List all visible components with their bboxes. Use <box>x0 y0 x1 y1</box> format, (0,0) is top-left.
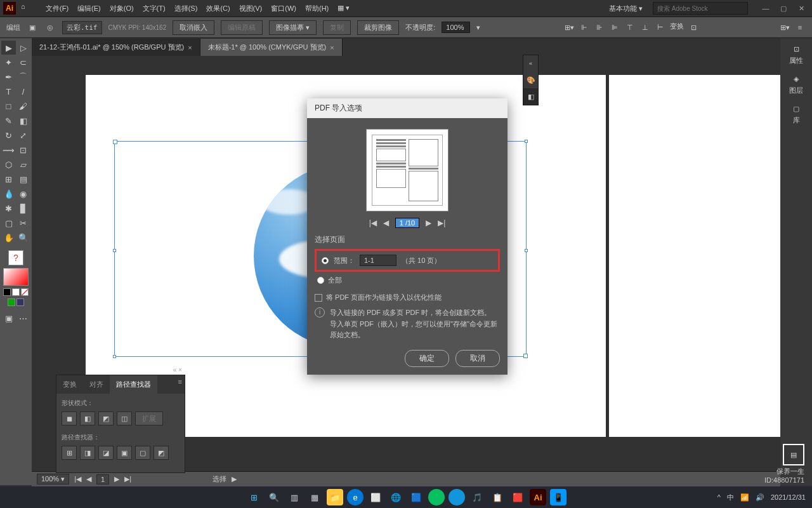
intersect-icon[interactable]: ◩ <box>98 411 114 425</box>
symbol-tool[interactable]: ✱ <box>1 201 16 215</box>
zoom-tool[interactable]: 🔍 <box>16 231 30 244</box>
illustrator-tb-icon[interactable]: Ai <box>530 489 546 505</box>
first-page-icon[interactable]: |◀ <box>369 218 377 227</box>
range-radio[interactable] <box>322 257 329 264</box>
wifi-icon[interactable]: 📶 <box>740 493 749 502</box>
target-icon[interactable]: ◎ <box>44 22 56 33</box>
tray-chevron-icon[interactable]: ^ <box>717 493 721 501</box>
swatch-green[interactable] <box>8 298 15 306</box>
panel-close-icon[interactable]: « <box>523 55 538 72</box>
properties-panel-button[interactable]: ⊡属性 <box>789 43 803 65</box>
graph-tool[interactable]: ▊ <box>16 201 30 215</box>
cancel-button[interactable]: 取消 <box>455 350 500 367</box>
curvature-tool[interactable]: ⌒ <box>16 70 30 84</box>
chevron-down-icon[interactable]: ▾ <box>476 23 480 32</box>
panel-collapse-icon[interactable]: « × <box>173 366 182 373</box>
direct-select-tool[interactable]: ▷ <box>16 41 30 55</box>
missing-swatch[interactable]: ? <box>8 250 23 265</box>
fill-stroke-swatch[interactable] <box>3 268 29 286</box>
brush-tool[interactable]: 🖌 <box>16 99 30 113</box>
width-tool[interactable]: ⟿ <box>1 143 16 157</box>
app-icon-4[interactable] <box>449 489 465 505</box>
crop-button[interactable]: 裁剪图像 <box>357 20 399 35</box>
menu-select[interactable]: 选择(S) <box>171 1 202 16</box>
panel-menu-icon[interactable]: ≡ <box>178 378 182 385</box>
link-icon[interactable]: ▣ <box>27 22 38 33</box>
app-icon-2[interactable]: 🟦 <box>408 489 424 505</box>
menu-effect[interactable]: 效果(C) <box>202 1 233 16</box>
minus-front-icon[interactable]: ◧ <box>80 411 95 425</box>
layers-panel-button[interactable]: ◈图层 <box>789 73 803 95</box>
artboard-tool[interactable]: ▢ <box>1 216 16 230</box>
status-dropdown-icon[interactable]: ▶ <box>232 475 237 483</box>
tab-2[interactable]: 未标题-1* @ 100% (CMYK/GPU 预览)× <box>200 39 343 56</box>
lasso-tool[interactable]: ⊂ <box>16 55 30 69</box>
next-artboard-icon[interactable]: ▶ <box>114 475 119 483</box>
selection-tool[interactable]: ▶ <box>1 41 16 55</box>
menu-view[interactable]: 视图(V) <box>235 1 266 16</box>
unite-icon[interactable]: ◼ <box>62 411 77 425</box>
next-page-icon[interactable]: ▶ <box>426 218 431 227</box>
align-bottom-icon[interactable]: ⊢ <box>655 22 666 33</box>
link-checkbox[interactable] <box>315 294 322 302</box>
app-logo[interactable]: Ai <box>3 2 16 15</box>
menu-edit[interactable]: 编辑(E) <box>74 1 105 16</box>
perspective-tool[interactable]: ▱ <box>16 157 30 171</box>
home-icon[interactable]: ⌂ <box>21 3 32 14</box>
cancel-embed-button[interactable]: 取消嵌入 <box>173 20 214 35</box>
transform-icon[interactable]: ⊡ <box>688 22 699 33</box>
swatch-black[interactable] <box>3 288 11 296</box>
edge-icon[interactable]: e <box>347 489 363 505</box>
close-icon[interactable]: × <box>330 44 334 51</box>
linked-filename[interactable]: 云彩.tif <box>62 21 102 34</box>
gradient-tool[interactable]: ▤ <box>16 172 30 186</box>
minus-back-icon[interactable]: ◩ <box>154 446 169 460</box>
free-transform-tool[interactable]: ⊡ <box>16 143 30 157</box>
all-radio[interactable] <box>317 277 324 284</box>
close-icon[interactable]: × <box>188 44 192 51</box>
menu-object[interactable]: 对象(O) <box>106 1 138 16</box>
opacity-input[interactable] <box>442 22 470 33</box>
rotate-tool[interactable]: ↻ <box>1 128 16 142</box>
edit-toolbar[interactable]: ⋯ <box>16 311 30 325</box>
align-icon[interactable]: ⊞▾ <box>563 22 575 33</box>
search-input[interactable] <box>653 2 748 15</box>
last-page-icon[interactable]: ▶| <box>438 218 445 227</box>
color-icon[interactable]: 🎨 <box>523 72 538 88</box>
slice-tool[interactable]: ✂ <box>16 216 30 230</box>
swatch-none[interactable] <box>21 288 29 296</box>
line-tool[interactable]: / <box>16 84 30 98</box>
workspace-dropdown[interactable]: 基本功能 ▾ <box>604 3 648 15</box>
divide-icon[interactable]: ⊞ <box>62 446 77 460</box>
align-middle-icon[interactable]: ⊥ <box>639 22 651 33</box>
eraser-tool[interactable]: ◧ <box>16 114 30 128</box>
pen-tool[interactable]: ✒ <box>1 70 16 84</box>
libraries-panel-button[interactable]: ▢库 <box>790 103 802 125</box>
maximize-button[interactable]: ▢ <box>776 3 791 14</box>
ok-button[interactable]: 确定 <box>405 350 449 367</box>
app-icon-3[interactable] <box>428 489 445 505</box>
transform-label[interactable]: 变换 <box>670 22 684 33</box>
grid-icon[interactable]: ▦ ▾ <box>334 1 353 16</box>
mesh-tool[interactable]: ⊞ <box>1 172 16 186</box>
taskview-icon[interactable]: ▥ <box>286 489 303 505</box>
app-icon-7[interactable]: 🟥 <box>509 489 526 505</box>
app-icon-5[interactable]: 🎵 <box>469 489 485 505</box>
search-tb-icon[interactable]: 🔍 <box>266 489 282 505</box>
type-tool[interactable]: T <box>1 84 16 98</box>
volume-icon[interactable]: 🔊 <box>756 493 764 502</box>
outline-icon[interactable]: ▢ <box>135 446 150 460</box>
app-icon-6[interactable]: 📋 <box>489 489 506 505</box>
shape-builder-tool[interactable]: ⬡ <box>1 157 16 171</box>
last-artboard-icon[interactable]: ▶| <box>124 475 131 483</box>
first-artboard-icon[interactable]: |◀ <box>74 475 81 483</box>
swatch-icon[interactable]: ◧ <box>523 88 538 105</box>
swatch-navy[interactable] <box>16 298 24 306</box>
menu-type[interactable]: 文字(T) <box>139 1 169 16</box>
align-right-icon[interactable]: ⊫ <box>609 22 620 33</box>
range-input[interactable] <box>360 255 396 266</box>
zoom-level[interactable]: 100% ▾ <box>37 474 69 485</box>
shaper-tool[interactable]: ✎ <box>1 114 16 128</box>
align-tab[interactable]: 对齐 <box>83 375 110 394</box>
menu-file[interactable]: 文件(F) <box>42 1 72 16</box>
